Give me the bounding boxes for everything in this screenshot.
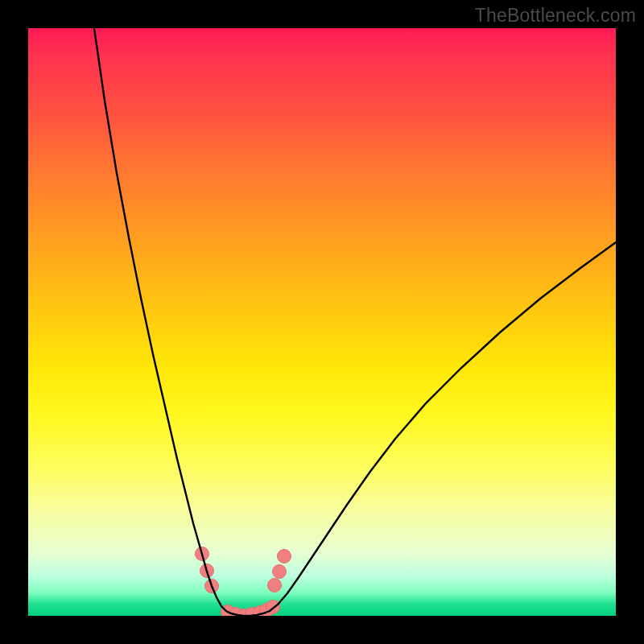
curve-marker: [268, 579, 282, 592]
chart-frame: TheBottleneck.com: [0, 0, 644, 644]
bottleneck-curve: [94, 28, 616, 616]
curve-marker: [273, 565, 287, 579]
watermark-label: TheBottleneck.com: [475, 5, 636, 27]
curve-marker: [278, 550, 291, 564]
chart-svg: [28, 28, 616, 616]
plot-area: [28, 28, 616, 616]
